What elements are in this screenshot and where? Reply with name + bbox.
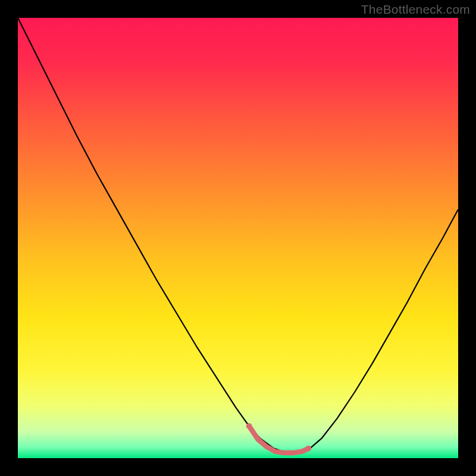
- optimal-zone-highlight-endpoint: [306, 446, 312, 452]
- optimal-zone-highlight-endpoint: [246, 423, 252, 429]
- bottleneck-chart: [0, 0, 476, 476]
- gradient-plot-area: [18, 18, 458, 458]
- watermark-label: TheBottleneck.com: [361, 2, 470, 17]
- chart-stage: TheBottleneck.com: [0, 0, 476, 476]
